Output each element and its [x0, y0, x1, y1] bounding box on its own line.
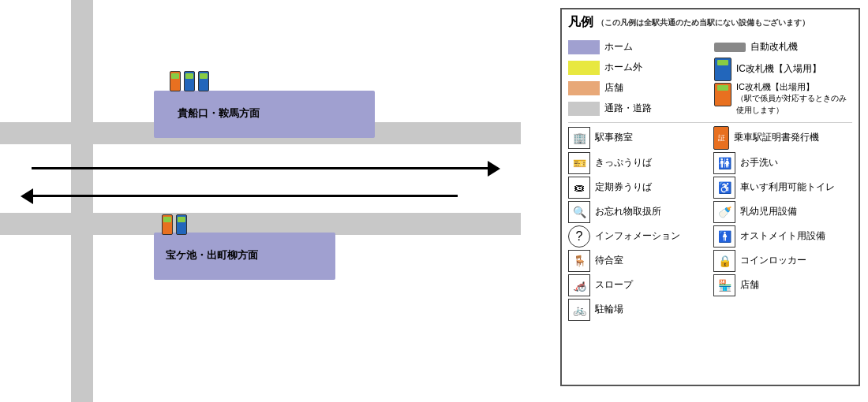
label-auto-gate: 自動改札機	[750, 41, 798, 54]
waiting-icon: 🪑	[568, 250, 590, 272]
bicycle-icon: 🚲	[568, 299, 590, 321]
arrow-left-line	[32, 195, 458, 197]
road-v-connector	[71, 122, 93, 235]
legend-item-restroom: 🚻 お手洗い	[713, 152, 852, 174]
legend-item-ic-entry: IC改札機【入場用】	[714, 58, 852, 81]
color-box-home	[568, 40, 600, 54]
label-bicycle: 駐輪場	[595, 303, 623, 316]
legend-item-waiting: 🪑 待合室	[568, 250, 707, 272]
cert-machine-icon: 証	[713, 126, 729, 150]
shop-icon: 🏪	[713, 274, 735, 296]
machines-group	[170, 71, 209, 91]
label-restroom: お手洗い	[740, 157, 778, 169]
machine-2	[184, 71, 195, 91]
machine-4	[162, 214, 173, 235]
baby-icon: 🍼	[713, 201, 735, 223]
label-lost-found: お忘れ物取扱所	[595, 206, 661, 218]
label-pass: 定期券うりば	[595, 181, 652, 194]
machines-group-2	[162, 214, 187, 235]
legend-item-cert-machine: 証 乗車駅証明書発行機	[713, 126, 852, 150]
legend-item-ic-exit: IC改札機【出場用】（駅で係員が対応するときのみ使用します）	[714, 81, 852, 115]
label-road: 通路・道路	[604, 102, 652, 115]
label-wheelchair-toilet: 車いす利用可能トイレ	[740, 181, 835, 194]
legend-title-main: 凡例	[568, 14, 593, 31]
legend-item-bicycle: 🚲 駐輪場	[568, 299, 707, 321]
ic-entry-gate-icon	[714, 58, 731, 81]
legend-title: 凡例 （この凡例は全駅共通のため当駅にない設備もございます）	[568, 14, 852, 31]
legend-item-locker: 🔒 コインロッカー	[713, 250, 852, 272]
legend-item-info: ? インフォメーション	[568, 225, 707, 248]
legend-item-slope: 🦽 スロープ	[568, 274, 707, 296]
label-baby: 乳幼児用設備	[740, 206, 797, 218]
color-box-road	[568, 102, 600, 116]
platform1-label: 貴船口・鞍馬方面	[178, 106, 260, 121]
legend-right-gates: 自動改札機 IC改札機【入場用】 IC改札機【出場用】（駅で係員が対応するときの…	[714, 37, 852, 119]
legend-item-home: ホーム	[568, 37, 706, 58]
legend-item-pass: 🎟 定期券うりば	[568, 177, 707, 199]
label-home-outside: ホーム外	[604, 61, 642, 74]
station-office-icon: 🏢	[568, 127, 590, 149]
legend-divider-1	[568, 122, 852, 123]
label-ic-entry: IC改札機【入場用】	[736, 63, 821, 76]
legend-item-road: 通路・道路	[568, 99, 706, 119]
arrow-right-line	[32, 167, 489, 169]
legend-item-auto-gate: 自動改札機	[714, 37, 852, 58]
platform2-label: 宝ケ池・出町柳方面	[166, 248, 258, 262]
ticket-icon: 🎫	[568, 152, 590, 174]
color-box-home-outside	[568, 61, 600, 75]
pass-icon: 🎟	[568, 177, 590, 199]
legend-item-store: 店舗	[568, 78, 706, 99]
legend-item-shop: 🏪 店舗	[713, 274, 852, 296]
ic-exit-gate-icon	[714, 83, 731, 106]
label-locker: コインロッカー	[740, 255, 806, 267]
label-slope: スロープ	[595, 279, 633, 292]
slope-icon: 🦽	[568, 274, 590, 296]
legend-item-baby: 🍼 乳幼児用設備	[713, 201, 852, 223]
station-map: 貴船口・鞍馬方面 宝ケ池・出町柳方面	[0, 0, 521, 402]
ostomy-icon: 🚹	[713, 225, 735, 248]
legend-item-station-office: 🏢 駅事務室	[568, 126, 707, 150]
road-v-left-bottom	[71, 213, 93, 402]
auto-gate-icon	[714, 43, 746, 52]
facility-grid: 🏢 駅事務室 証 乗車駅証明書発行機 🎫 きっぷうりば 🚻 お手洗い 🎟 定期券…	[568, 126, 852, 321]
label-shop: 店舗	[740, 279, 759, 292]
legend-title-sub: （この凡例は全駅共通のため当駅にない設備もございます）	[597, 17, 810, 28]
label-waiting: 待合室	[595, 255, 623, 267]
machine-3	[198, 71, 209, 91]
legend-item-wheelchair-toilet: ♿ 車いす利用可能トイレ	[713, 177, 852, 199]
machine-5	[176, 214, 187, 235]
locker-icon: 🔒	[713, 250, 735, 272]
legend-item-ticket: 🎫 きっぷうりば	[568, 152, 707, 174]
info-icon: ?	[568, 225, 590, 248]
label-station-office: 駅事務室	[595, 132, 633, 144]
label-store: 店舗	[604, 82, 623, 95]
color-box-store	[568, 81, 600, 95]
lost-found-icon: 🔍	[568, 201, 590, 223]
wheelchair-toilet-icon: ♿	[713, 177, 735, 199]
label-cert-machine: 乗車駅証明書発行機	[734, 132, 819, 144]
label-info: インフォメーション	[595, 230, 680, 243]
legend-item-lost-found: 🔍 お忘れ物取扱所	[568, 201, 707, 223]
label-ticket: きっぷうりば	[595, 157, 652, 169]
machine-1	[170, 71, 181, 91]
legend-item-home-outside: ホーム外	[568, 58, 706, 78]
legend-item-ostomy: 🚹 オストメイト用設備	[713, 225, 852, 248]
legend-left-colors: ホーム ホーム外 店舗 通路・道路	[568, 37, 706, 119]
legend-panel: 凡例 （この凡例は全駅共通のため当駅にない設備もございます） ホーム ホーム外 …	[560, 8, 860, 386]
label-ic-exit: IC改札機【出場用】（駅で係員が対応するときのみ使用します）	[736, 81, 852, 115]
label-ostomy: オストメイト用設備	[740, 230, 825, 243]
legend-grid: ホーム ホーム外 店舗 通路・道路 自動改札機	[568, 37, 852, 119]
label-home: ホーム	[604, 41, 633, 54]
restroom-icon: 🚻	[713, 152, 735, 174]
